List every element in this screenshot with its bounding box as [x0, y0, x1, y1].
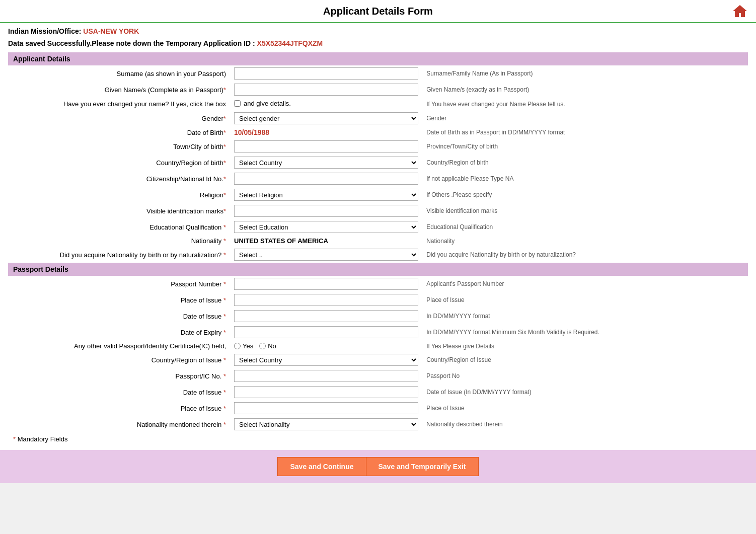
nationality-label: Nationality *: [8, 235, 230, 247]
gender-help: Gender: [422, 110, 748, 126]
date-expiry-help: In DD/MM/YYYY format.Minimum Six Month V…: [422, 324, 748, 340]
table-row: Visible identification marks* Visible id…: [8, 203, 748, 219]
save-continue-button[interactable]: Save and Continue: [277, 457, 366, 476]
gender-input-cell: Select gender Male Female Others: [230, 110, 422, 126]
table-row: Passport Number * Applicant's Passport N…: [8, 276, 748, 292]
nationality-therein-select[interactable]: Select Nationality: [234, 418, 418, 430]
surname-input[interactable]: [234, 67, 418, 80]
table-row: Surname (as shown in your Passport) Surn…: [8, 65, 748, 82]
given-name-label: Given Name/s (Complete as in Passport)*: [8, 82, 230, 98]
table-row: Place of Issue * Place of Issue: [8, 400, 748, 416]
passport-details-table: Passport Number * Applicant's Passport N…: [8, 276, 748, 432]
surname-help: Surname/Family Name (As in Passport): [422, 65, 748, 82]
save-exit-button[interactable]: Save and Temporarily Exit: [366, 457, 479, 476]
nationality-value-cell: UNITED STATES OF AMERICA: [230, 235, 422, 247]
passport-place-issue-input[interactable]: [234, 402, 418, 414]
passport-number-label: Passport Number *: [8, 276, 230, 292]
given-name-help: Given Name/s (exactly as in Passport): [422, 82, 748, 98]
dob-value-cell: 10/05/1988: [230, 126, 422, 138]
surname-input-cell: [230, 65, 422, 82]
country-issue-select[interactable]: Select Country: [234, 354, 418, 366]
other-passport-label: Any other valid Passport/Identity Certif…: [8, 340, 230, 352]
table-row: Country/Region of Issue * Select Country…: [8, 352, 748, 368]
mission-value: USA-NEW YORK: [83, 27, 139, 35]
table-row: Nationality * UNITED STATES OF AMERICA N…: [8, 235, 748, 247]
passport-ic-input[interactable]: [234, 370, 418, 382]
date-issue-input[interactable]: [234, 310, 418, 322]
other-passport-radio-group: Yes No: [234, 342, 418, 350]
top-bar: Applicant Details Form: [0, 0, 756, 23]
passport-ic-input-cell: [230, 368, 422, 384]
success-text: Data saved Successfully.Please note down…: [8, 39, 255, 47]
passport-date-issue-help: Date of Issue (In DD/MM/YYYY format): [422, 384, 748, 400]
date-issue-input-cell: [230, 308, 422, 324]
table-row: Given Name/s (Complete as in Passport)* …: [8, 82, 748, 98]
table-row: Date of Issue * Date of Issue (In DD/MM/…: [8, 384, 748, 400]
table-row: Educational Qualification * Select Educa…: [8, 219, 748, 235]
date-expiry-input[interactable]: [234, 326, 418, 338]
citizenship-help: If not applicable Please Type NA: [422, 171, 748, 187]
svg-marker-0: [733, 5, 747, 17]
content-area: Indian Mission/Office: USA-NEW YORK Data…: [0, 23, 756, 450]
passport-date-issue-label: Date of Issue *: [8, 384, 230, 400]
dob-value: 10/05/1988: [234, 128, 269, 136]
name-change-checkbox[interactable]: [234, 100, 241, 107]
passport-ic-help: Passport No: [422, 368, 748, 384]
table-row: Passport/IC No. * Passport No: [8, 368, 748, 384]
other-passport-input-cell: Yes No: [230, 340, 422, 352]
given-name-input-cell: [230, 82, 422, 98]
dob-help: Date of Birth as in Passport in DD/MM/YY…: [422, 126, 748, 138]
town-help: Province/Town/City of birth: [422, 138, 748, 155]
education-select[interactable]: Select Education Below Matriculation Mat…: [234, 221, 418, 233]
visible-marks-input[interactable]: [234, 205, 418, 217]
table-row: Date of Birth* 10/05/1988 Date of Birth …: [8, 126, 748, 138]
table-row: Religion* Select Religion Hindu Muslim C…: [8, 187, 748, 203]
passport-details-header: Passport Details: [8, 263, 748, 276]
visible-marks-label: Visible identification marks*: [8, 203, 230, 219]
country-birth-select[interactable]: Select Country: [234, 157, 418, 169]
other-passport-yes-label[interactable]: Yes: [234, 342, 253, 350]
table-row: Did you acquire Nationality by birth or …: [8, 247, 748, 263]
mandatory-star: *: [13, 435, 16, 443]
country-birth-input-cell: Select Country: [230, 155, 422, 171]
applicant-details-header: Applicant Details: [8, 52, 748, 65]
date-issue-help: In DD/MM/YYYY format: [422, 308, 748, 324]
nationality-acquire-select[interactable]: Select .. By Birth By Naturalization: [234, 249, 418, 261]
passport-number-input[interactable]: [234, 278, 418, 290]
date-expiry-label: Date of Expiry *: [8, 324, 230, 340]
citizenship-input[interactable]: [234, 173, 418, 185]
other-passport-yes-radio[interactable]: [234, 343, 241, 349]
other-passport-no-radio[interactable]: [259, 343, 266, 349]
place-issue-input[interactable]: [234, 294, 418, 306]
education-label: Educational Qualification *: [8, 219, 230, 235]
nationality-help: Nationality: [422, 235, 748, 247]
religion-select[interactable]: Select Religion Hindu Muslim Christian S…: [234, 189, 418, 201]
given-name-input[interactable]: [234, 84, 418, 96]
nationality-acquire-input-cell: Select .. By Birth By Naturalization: [230, 247, 422, 263]
town-input[interactable]: [234, 140, 418, 152]
education-input-cell: Select Education Below Matriculation Mat…: [230, 219, 422, 235]
passport-place-issue-help: Place of Issue: [422, 400, 748, 416]
mandatory-text: Mandatory Fields: [18, 435, 68, 443]
other-passport-no-label[interactable]: No: [259, 342, 276, 350]
country-issue-help: Country/Region of Issue: [422, 352, 748, 368]
education-help: Educational Qualification: [422, 219, 748, 235]
table-row: Place of Issue * Place of Issue: [8, 292, 748, 308]
passport-date-issue-input[interactable]: [234, 386, 418, 398]
passport-place-issue-label: Place of Issue *: [8, 400, 230, 416]
home-icon[interactable]: [732, 3, 748, 19]
gender-select[interactable]: Select gender Male Female Others: [234, 112, 418, 124]
name-change-input-cell: and give details.: [230, 98, 422, 110]
other-passport-no-text: No: [268, 342, 276, 350]
table-row: Citizenship/National Id No.* If not appl…: [8, 171, 748, 187]
mandatory-note: * Mandatory Fields: [8, 432, 748, 446]
table-row: Nationality mentioned therein * Select N…: [8, 416, 748, 432]
table-row: Town/City of birth* Province/Town/City o…: [8, 138, 748, 155]
app-id: X5X52344JTFQXZM: [257, 39, 323, 47]
date-issue-label: Date of Issue *: [8, 308, 230, 324]
visible-marks-help: Visible identification marks: [422, 203, 748, 219]
citizenship-input-cell: [230, 171, 422, 187]
other-passport-help: If Yes Please give Details: [422, 340, 748, 352]
nationality-therein-input-cell: Select Nationality: [230, 416, 422, 432]
page-wrapper: Applicant Details Form Indian Mission/Of…: [0, 0, 756, 483]
